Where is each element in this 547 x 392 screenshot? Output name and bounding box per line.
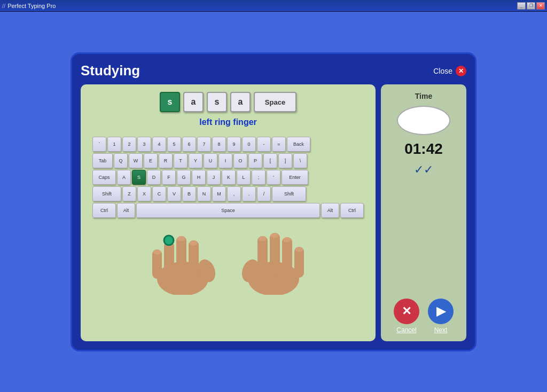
panel-title: Studying	[81, 62, 140, 79]
key-comma[interactable]: ,	[227, 186, 241, 201]
key-e[interactable]: E	[144, 153, 158, 168]
key-lbracket[interactable]: [	[263, 153, 277, 168]
key-backslash[interactable]: \	[293, 153, 307, 168]
hands-area	[88, 228, 368, 297]
key-m[interactable]: M	[212, 186, 226, 201]
key-a[interactable]: A	[117, 170, 131, 185]
svg-rect-2	[164, 241, 174, 278]
key-c[interactable]: C	[152, 186, 166, 201]
svg-point-6	[153, 249, 161, 255]
svg-rect-14	[270, 233, 280, 278]
key-7[interactable]: 7	[197, 137, 211, 152]
restore-button[interactable]: ❐	[527, 2, 535, 10]
key-spacebar[interactable]: Space	[136, 203, 320, 218]
key-v[interactable]: V	[167, 186, 181, 201]
key-shift-left[interactable]: Shift	[92, 186, 121, 201]
key-sequence: s a s a Space	[160, 92, 296, 112]
keyboard-row-2: Tab Q W E R T Y U I O P [ ]	[92, 153, 364, 168]
key-o[interactable]: O	[233, 153, 247, 168]
titlebar-close-button[interactable]: ✕	[536, 2, 545, 10]
right-panel: Time 01:42 ✓✓ ✕ Cancel ▶ Next	[381, 84, 466, 341]
key-t[interactable]: T	[174, 153, 187, 168]
key-6[interactable]: 6	[182, 137, 196, 152]
key-8[interactable]: 8	[212, 137, 226, 152]
key-r[interactable]: R	[159, 153, 173, 168]
key-d[interactable]: D	[147, 170, 161, 185]
main-area: Studying Close ✕ s a s a Space left ring…	[0, 12, 547, 392]
main-panel: Studying Close ✕ s a s a Space left ring…	[71, 52, 476, 351]
key-5[interactable]: 5	[167, 137, 181, 152]
svg-point-20	[295, 247, 303, 252]
key-b[interactable]: B	[182, 186, 196, 201]
key-backspace[interactable]: Back	[287, 137, 310, 152]
svg-rect-13	[257, 236, 268, 278]
key-4[interactable]: 4	[152, 137, 166, 152]
svg-point-19	[283, 237, 291, 242]
key-z[interactable]: Z	[122, 186, 136, 201]
key-space: Space	[254, 92, 296, 112]
minimize-button[interactable]: _	[517, 2, 526, 10]
svg-point-17	[259, 236, 266, 241]
key-capslock[interactable]: Caps	[92, 170, 116, 185]
cancel-button[interactable]: ✕ Cancel	[394, 299, 419, 334]
key-n[interactable]: N	[197, 186, 211, 201]
keyboard: ` 1 2 3 4 5 6 7 8 9 0 - =	[92, 137, 364, 218]
key-s1: s	[160, 92, 180, 112]
key-a2: a	[230, 92, 251, 112]
key-f[interactable]: F	[162, 170, 176, 185]
svg-rect-3	[176, 236, 186, 278]
key-equals[interactable]: =	[272, 137, 286, 152]
svg-point-9	[190, 240, 197, 246]
panel-header: Studying Close ✕	[81, 62, 466, 79]
content-area: s a s a Space left ring finger ` 1	[81, 84, 466, 341]
key-u[interactable]: U	[204, 153, 217, 168]
key-l[interactable]: L	[237, 170, 251, 185]
svg-rect-15	[282, 237, 292, 278]
key-shift-right[interactable]: Shift	[272, 186, 306, 201]
key-ctrl-right[interactable]: Ctrl	[340, 203, 364, 218]
key-quote[interactable]: '	[267, 170, 280, 185]
next-icon: ▶	[428, 299, 454, 324]
key-1[interactable]: 1	[107, 137, 121, 152]
key-s-highlighted[interactable]: S	[132, 170, 146, 185]
key-alt-left[interactable]: Alt	[117, 203, 135, 218]
key-slash[interactable]: /	[257, 186, 271, 201]
key-y[interactable]: Y	[189, 153, 202, 168]
titlebar-controls: _ ❐ ✕	[517, 2, 545, 10]
key-0[interactable]: 0	[242, 137, 256, 152]
key-alt-right[interactable]: Alt	[321, 203, 339, 218]
keyboard-row-1: ` 1 2 3 4 5 6 7 8 9 0 - =	[92, 137, 364, 152]
key-k[interactable]: K	[222, 170, 236, 185]
key-ctrl-left[interactable]: Ctrl	[92, 203, 116, 218]
key-period[interactable]: .	[242, 186, 256, 201]
key-w[interactable]: W	[129, 153, 143, 168]
key-minus[interactable]: -	[257, 137, 271, 152]
key-s2: s	[207, 92, 227, 112]
panel-close-button[interactable]: Close ✕	[433, 66, 466, 76]
right-hand-svg	[228, 228, 314, 295]
key-i[interactable]: I	[218, 153, 232, 168]
key-x[interactable]: X	[137, 186, 151, 201]
key-rbracket[interactable]: ]	[278, 153, 292, 168]
svg-point-10	[164, 236, 174, 245]
key-tab[interactable]: Tab	[92, 153, 113, 168]
key-9[interactable]: 9	[227, 137, 241, 152]
key-h[interactable]: H	[192, 170, 206, 185]
key-a1: a	[183, 92, 204, 112]
key-backtick[interactable]: `	[92, 137, 106, 152]
key-g[interactable]: G	[177, 170, 191, 185]
key-p[interactable]: P	[248, 153, 262, 168]
key-semicolon[interactable]: ;	[252, 170, 265, 185]
key-enter[interactable]: Enter	[282, 170, 308, 185]
next-button[interactable]: ▶ Next	[428, 299, 454, 334]
keyboard-row-3: Caps A S D F G H J K L ; ' Enter	[92, 170, 364, 185]
time-display: 01:42	[404, 140, 443, 158]
keyboard-row-4: Shift Z X C V B N M , . / Shift	[92, 186, 364, 201]
key-2[interactable]: 2	[122, 137, 136, 152]
key-j[interactable]: J	[207, 170, 221, 185]
svg-point-18	[271, 233, 278, 238]
left-hand-svg	[143, 228, 228, 295]
key-3[interactable]: 3	[137, 137, 151, 152]
finger-label: left ring finger	[199, 117, 257, 127]
key-q[interactable]: Q	[114, 153, 128, 168]
